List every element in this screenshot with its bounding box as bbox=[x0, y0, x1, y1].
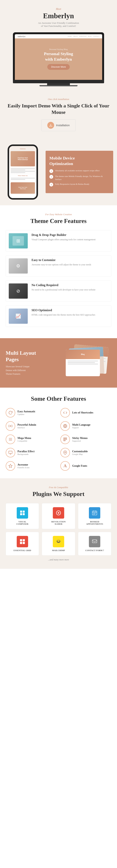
stickymenu-text: Sticky Menus Supported bbox=[72, 437, 87, 442]
laptop-stand bbox=[47, 83, 70, 85]
multilang-title: Multi Language bbox=[72, 423, 90, 426]
mobile-feature-3: 3 Fully Responsive layout & Retina Ready bbox=[49, 183, 109, 186]
stickymenu-title: Sticky Menus bbox=[72, 437, 87, 440]
phone-hero-text: Find Your StyleWith Emberlyn bbox=[18, 157, 28, 160]
core-features-title: Theme Core Features bbox=[6, 217, 111, 224]
seo-icon: 📈 bbox=[15, 313, 21, 319]
page-preview-3: Blog bbox=[66, 350, 100, 376]
plugin-booked-appointments: BOOKEDAPPOINTMENTS bbox=[78, 503, 111, 529]
svg-rect-35 bbox=[92, 540, 97, 543]
visual-composer-name: VISUALCOMPOSER bbox=[9, 521, 36, 525]
admin-icon bbox=[6, 421, 15, 431]
svg-rect-8 bbox=[64, 439, 67, 440]
feature-card-1: ⊞ Drag & Drop Page Builder Visual Compos… bbox=[6, 230, 111, 251]
other-feature-googlefonts: A Google Fonts bbox=[61, 461, 111, 471]
fontello-text: Awesome Fontello Icons bbox=[17, 463, 30, 469]
mobile-title: Mobile DeviceOptimization bbox=[49, 155, 109, 166]
svg-rect-7 bbox=[64, 438, 67, 438]
hero-section: Meet Emberlyn An Awesome User Friendly C… bbox=[0, 0, 117, 92]
one-click-section: One click installation Easily Import Dem… bbox=[0, 92, 117, 139]
mobile-feature-1: 1 Absolutely all available sections supp… bbox=[49, 169, 109, 173]
svg-point-32 bbox=[57, 540, 60, 542]
updates-text: Easy Automatic Updates bbox=[17, 410, 36, 415]
googlefonts-icon: A bbox=[61, 461, 70, 471]
feature-card-4-content: SEO Optimized HTML code integrated into … bbox=[32, 309, 95, 316]
fontello-title: Awesome bbox=[17, 463, 30, 466]
megamenu-title: Mega Menu bbox=[17, 437, 31, 440]
phone-t-line-2 bbox=[11, 179, 25, 180]
plugin-revolution-slider: REVOLUTIONSLIDER bbox=[42, 503, 75, 529]
screen-tagline: Personal Styling Blog bbox=[44, 48, 73, 51]
laptop-screen: emberlyn HOME ABOUT PORTFOLIO BLOG CONTA… bbox=[15, 34, 102, 80]
meet-label: Meet bbox=[6, 8, 111, 11]
other-feature-admin: Powerful Admin Interface bbox=[6, 421, 56, 431]
svg-marker-14 bbox=[9, 464, 12, 467]
parallax-subtitle: Backgrounds bbox=[17, 453, 35, 455]
phone-bottom-img: Find Your StyleWith Style bbox=[11, 182, 35, 194]
svg-point-1 bbox=[10, 426, 11, 427]
phone-mockup: Emberlyn Find Your StyleWith Emberlyn Wh… bbox=[4, 145, 42, 199]
hero-subtitle: An Awesome User Friendly Combinationof V… bbox=[6, 22, 111, 28]
feature-4-title: SEO Optimized bbox=[32, 309, 95, 312]
parallax-text: Parallax Effect Backgrounds bbox=[17, 450, 35, 455]
fontello-subtitle: Fontello Icons bbox=[17, 466, 30, 469]
phone-screen: Emberlyn Find Your StyleWith Emberlyn Wh… bbox=[9, 146, 36, 198]
multi-layout-content: Multi LayoutPages Showcase Several Uniqu… bbox=[6, 350, 54, 376]
other-feature-multilang: Multi Language Support bbox=[61, 421, 111, 431]
mobile-feature-2: 2 The theme runs Mobile Friendly design.… bbox=[49, 175, 109, 181]
pages-stack: Emberlyn Portfolio Blog bbox=[58, 346, 108, 380]
plugins-title: Plugins We Support bbox=[6, 491, 111, 497]
feature-2-title: Easy to Customize bbox=[32, 258, 91, 262]
laptop-foot bbox=[40, 85, 77, 86]
phone-frame: Emberlyn Find Your StyleWith Emberlyn Wh… bbox=[8, 145, 38, 199]
other-feature-parallax: Parallax Effect Backgrounds bbox=[6, 448, 56, 457]
mobile-feature-text-3: Fully Responsive layout & Retina Ready bbox=[55, 183, 89, 186]
feature-card-2: ⚙ Easy to Customize Awesome easy-to-use … bbox=[6, 255, 111, 277]
install-button-label: Installation bbox=[56, 124, 70, 127]
one-click-label: One click installation bbox=[8, 98, 109, 101]
plugin-contact-form-7: CONTACT FORM 7 bbox=[78, 532, 111, 556]
feature-card-4: 📈 SEO Optimized HTML code integrated int… bbox=[6, 306, 111, 327]
page-card-3-label: Blog bbox=[81, 353, 84, 355]
phone-line-3 bbox=[11, 171, 35, 172]
stickymenu-subtitle: Supported bbox=[72, 440, 87, 442]
feature-card-3: ⊘ No Coding Required No need to be a pro… bbox=[6, 280, 111, 302]
feature-card-img-1: ⊞ bbox=[9, 233, 28, 248]
one-click-title: Easily Import Demo With a Single Click o… bbox=[8, 103, 109, 116]
svg-point-34 bbox=[59, 540, 60, 541]
shortcodes-text: Lots of Shortcodes bbox=[72, 411, 93, 414]
plugin-mailchimp: MAILCHIMP bbox=[42, 532, 75, 556]
mobile-feature-num-3: 3 bbox=[49, 183, 53, 186]
other-features-section: Some Other Features Easy Automatic Updat… bbox=[0, 388, 117, 478]
booked-appointments-icon bbox=[89, 507, 100, 519]
multilang-icon bbox=[61, 421, 70, 431]
installation-button[interactable]: Installation bbox=[41, 119, 76, 131]
multilang-text: Multi Language Support bbox=[72, 423, 90, 429]
core-features-section: For Easy Website Creation Theme Core Fea… bbox=[0, 205, 117, 338]
svg-rect-28 bbox=[23, 539, 25, 541]
phone-testimonial bbox=[11, 177, 35, 181]
plugins-label: Free & Compatible bbox=[6, 486, 111, 489]
revolution-slider-name: REVOLUTIONSLIDER bbox=[45, 521, 72, 525]
other-features-title: Some Other Features bbox=[6, 395, 111, 402]
other-feature-updates: Easy Automatic Updates bbox=[6, 408, 56, 417]
mobile-optimization-content: Mobile DeviceOptimization 1 Absolutely a… bbox=[46, 151, 113, 193]
multi-layout-section: Multi LayoutPages Showcase Several Uniqu… bbox=[0, 338, 117, 388]
phone-line-2 bbox=[11, 169, 25, 170]
stickymenu-icon bbox=[61, 435, 70, 444]
screen-cta-button[interactable]: Discover More bbox=[47, 64, 70, 70]
megamenu-subtitle: Compatible bbox=[17, 440, 31, 442]
admin-title: Powerful Admin bbox=[17, 423, 36, 426]
svg-rect-10 bbox=[9, 451, 12, 454]
svg-rect-17 bbox=[20, 513, 22, 515]
laptop-base bbox=[13, 80, 104, 83]
plugins-grid: VISUALCOMPOSER REVOLUTIONSLIDER bbox=[6, 503, 111, 556]
shortcodes-icon bbox=[61, 408, 70, 417]
drag-drop-icon: ⊞ bbox=[16, 238, 20, 244]
plugin-essential-grid: ESSENTIAL GRID bbox=[6, 532, 39, 556]
essential-grid-icon bbox=[17, 536, 28, 547]
revolution-slider-icon bbox=[53, 507, 64, 519]
svg-rect-27 bbox=[20, 539, 22, 541]
multilang-subtitle: Support bbox=[72, 426, 90, 429]
svg-rect-21 bbox=[92, 511, 97, 515]
